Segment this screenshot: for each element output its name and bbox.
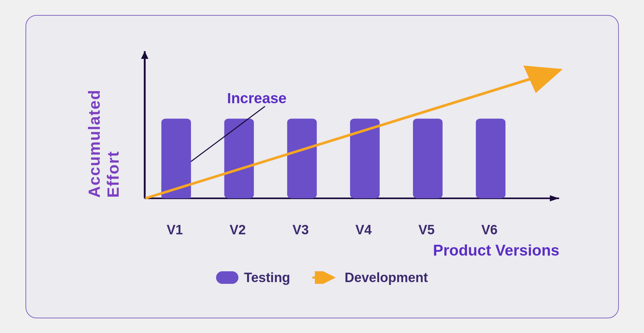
development-label: Development — [345, 270, 428, 285]
svg-marker-1 — [141, 51, 148, 59]
x-label-v3: V3 — [269, 222, 332, 240]
axes: Increase — [123, 48, 567, 220]
x-label-v5: V5 — [395, 222, 458, 240]
chart-area: AccumulatedEffort — [78, 48, 567, 285]
testing-label: Testing — [244, 270, 290, 285]
chart-inner: AccumulatedEffort — [78, 48, 567, 260]
svg-rect-7 — [287, 119, 317, 198]
development-arrow-icon — [311, 271, 339, 284]
x-label-spacer — [521, 222, 552, 240]
x-label-v6: V6 — [458, 222, 521, 240]
legend: Testing Development — [78, 270, 567, 285]
svg-marker-3 — [550, 195, 559, 201]
testing-icon — [216, 271, 238, 284]
legend-development: Development — [311, 270, 428, 285]
x-axis-label: Product Versions — [123, 241, 567, 260]
legend-testing: Testing — [216, 270, 290, 285]
plot-area: Increase V1 V2 V3 V4 V5 V6 Product Versi… — [123, 48, 567, 260]
svg-rect-10 — [476, 119, 505, 198]
y-axis-label: AccumulatedEffort — [78, 48, 123, 239]
chart-svg — [123, 48, 567, 220]
svg-rect-9 — [413, 119, 443, 198]
main-card: AccumulatedEffort — [25, 15, 619, 318]
x-label-v1: V1 — [143, 222, 206, 240]
x-label-v4: V4 — [332, 222, 395, 240]
x-labels-row: V1 V2 V3 V4 V5 V6 — [123, 222, 567, 240]
x-label-v2: V2 — [206, 222, 269, 240]
svg-rect-6 — [224, 119, 254, 198]
